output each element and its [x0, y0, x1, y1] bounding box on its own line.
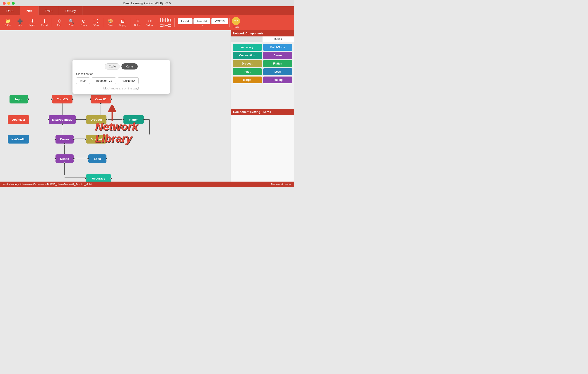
classification-title: Classification [76, 72, 166, 76]
color-button[interactable]: 🎨 Color [105, 16, 116, 29]
comp-input[interactable]: Input [233, 68, 262, 75]
inception-button[interactable]: Inception-V1 [92, 77, 116, 84]
svg-rect-4 [167, 18, 168, 22]
display-label: Display [119, 24, 127, 27]
node-netconfig[interactable]: NetConfig [8, 135, 29, 144]
node-conv2d2[interactable]: Conv2D [91, 95, 111, 104]
dropdown-toggle-group: Caffe Keras [76, 63, 166, 70]
close-button[interactable] [3, 2, 6, 5]
node-loss[interactable]: Loss [88, 154, 106, 163]
mlp-button[interactable]: MLP [76, 77, 90, 84]
node-input[interactable]: Input [10, 95, 28, 104]
node-input-label: Input [15, 98, 22, 101]
comp-pooling[interactable]: Pooling [263, 76, 293, 83]
node-maxpooling[interactable]: MaxPooling2D [49, 115, 76, 124]
node-maxpooling-label: MaxPooling2D [52, 118, 73, 121]
resnet50-button[interactable]: ResNet50 [118, 77, 139, 84]
display-button[interactable]: ⊞ Display [117, 16, 129, 29]
cutline-button[interactable]: ✂ CutLine [144, 16, 156, 29]
classification-items: MLP Inception-V1 ResNet50 [76, 77, 166, 84]
node-accuracy-out-dot [110, 177, 112, 179]
delete-label: Delete [134, 24, 141, 27]
node-optimizer[interactable]: Optimizer [8, 115, 29, 124]
node-accuracy-label: Accuracy [92, 177, 105, 180]
canvas-area[interactable]: Input Conv2D Conv2D Optimizer MaxPooling… [0, 30, 231, 182]
lenet-button[interactable]: LeNet [178, 18, 192, 24]
window-controls[interactable] [3, 2, 15, 5]
node-dropout2-label: Dropout [91, 138, 102, 141]
node-flatten-label: Flatten [129, 118, 139, 121]
node-dropout2[interactable]: Dropout [86, 135, 106, 144]
node-maxpooling-bottom-dot [61, 123, 63, 125]
distribute-icons [160, 23, 171, 28]
alexnet-button[interactable]: AlexNet [193, 18, 211, 24]
tab-deploy[interactable]: Deploy [59, 6, 83, 15]
toggle-caffe[interactable]: Caffe [105, 63, 120, 70]
node-loss-out-dot [106, 158, 108, 160]
node-dropout1[interactable]: Dropout [86, 115, 106, 124]
train-icon: 〜 [232, 17, 240, 25]
node-accuracy[interactable]: Accuracy [86, 174, 111, 182]
color-icon: 🎨 [108, 19, 114, 23]
comp-flatten[interactable]: Flatten [263, 60, 293, 67]
panel-setting-header: Component Setting - Keras [231, 109, 294, 115]
node-dense2[interactable]: Dense [55, 154, 74, 163]
comp-merge[interactable]: Merge [233, 76, 262, 83]
focus-button[interactable]: ⊙ Focus [78, 16, 89, 29]
import-button[interactable]: ⬇ Import [26, 16, 38, 29]
export-label: Export [41, 24, 48, 27]
tab-data[interactable]: Data [0, 6, 20, 15]
comp-loss[interactable]: Loss [263, 68, 293, 75]
right-panel: Network Components Keras Accuracy BatchN… [231, 30, 294, 182]
node-flatten[interactable]: Flatten [124, 115, 144, 124]
preset-dropdown[interactable] [200, 25, 206, 27]
comp-convolution[interactable]: Convolution [233, 52, 262, 59]
svg-rect-12 [168, 26, 171, 27]
tab-net[interactable]: Net [20, 6, 39, 15]
node-flatten-out-dot [143, 119, 145, 120]
panel-tab-keras[interactable]: Keras [262, 36, 294, 42]
panel-header: Network Components [231, 30, 294, 36]
new-label: New [18, 24, 22, 27]
minimize-button[interactable] [7, 2, 10, 5]
toolbar: 📁 SetDir ➕ New ⬇ Import ⬆ Export ✥ Pan 🔍… [0, 15, 294, 30]
align-icons [160, 18, 171, 23]
node-dense2-out-dot [73, 158, 75, 160]
node-dense1[interactable]: Dense [55, 135, 74, 144]
import-icon: ⬇ [30, 19, 34, 23]
separator-1 [52, 18, 52, 27]
pan-button[interactable]: ✥ Pan [53, 16, 65, 29]
import-label: Import [29, 24, 35, 27]
separator-5 [174, 18, 175, 27]
node-maxpooling-out-dot [75, 119, 77, 120]
node-dense1-bottom-dot [64, 143, 65, 145]
setdir-icon: 📁 [5, 19, 11, 23]
svg-rect-6 [170, 19, 171, 21]
nav-tabs: Data Net Train Deploy [0, 6, 294, 15]
toggle-keras[interactable]: Keras [121, 63, 138, 70]
node-flatten-in-dot [122, 119, 124, 120]
zoom-button[interactable]: 🔍 Zoom [65, 16, 77, 29]
fview-button[interactable]: ⛶ FView [90, 16, 102, 29]
new-button[interactable]: ➕ New [14, 16, 26, 29]
train-button[interactable]: 〜 Train [232, 17, 240, 28]
zoom-label: Zoom [68, 24, 74, 27]
train-label: Train [233, 26, 239, 28]
svg-rect-0 [160, 18, 161, 22]
tab-train[interactable]: Train [39, 6, 59, 15]
node-conv2d1[interactable]: Conv2D [52, 95, 73, 104]
panel-tab-all[interactable] [231, 36, 262, 42]
comp-dropout[interactable]: Dropout [233, 60, 262, 67]
comp-dense[interactable]: Dense [263, 52, 293, 59]
node-dropout2-out-dot [106, 138, 108, 140]
export-button[interactable]: ⬆ Export [39, 16, 50, 29]
delete-button[interactable]: ✕ Delete [132, 16, 143, 29]
comp-accuracy[interactable]: Accuracy [233, 44, 262, 51]
maximize-button[interactable] [12, 2, 15, 5]
comp-batchnorm[interactable]: BatchNorm [263, 44, 293, 51]
node-dense1-in-dot [54, 138, 56, 140]
node-conv2d2-label: Conv2D [95, 98, 106, 101]
vgg16-button[interactable]: VGG16 [211, 18, 228, 24]
setdir-button[interactable]: 📁 SetDir [2, 16, 14, 29]
node-optimizer-label: Optimizer [12, 118, 25, 121]
